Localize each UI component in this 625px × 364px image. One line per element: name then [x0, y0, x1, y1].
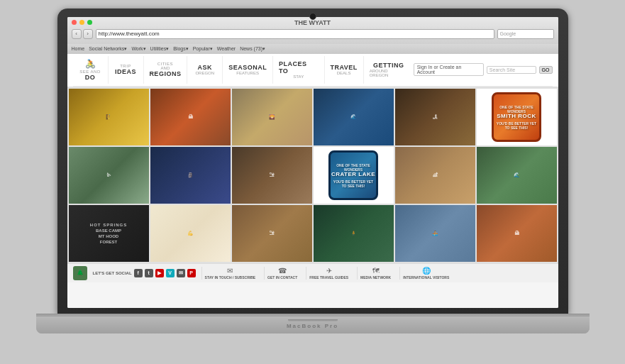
screen: THE WYATT ‹ › http://www.thewyatt.com Go…: [67, 17, 558, 308]
travel-badge: 🌲: [73, 266, 87, 280]
photo-cell-12[interactable]: 🌊: [477, 147, 557, 204]
nav-regions-main: REGIONS: [149, 70, 181, 77]
bookmark-social[interactable]: Social Networks▾: [89, 46, 127, 52]
minimize-button[interactable]: [79, 20, 84, 25]
nav-travel-label: TRAVEL: [330, 64, 357, 71]
site-footer: 🌲 LET'S GET SOCIAL f t ▶ V ✉ P ✉ STAY IN…: [67, 263, 558, 282]
maximize-button[interactable]: [87, 20, 92, 25]
bookmark-blogs[interactable]: Blogs▾: [173, 46, 189, 52]
photo-cell-3[interactable]: 🌄: [232, 89, 312, 145]
photo-cell-7[interactable]: ⛷: [69, 147, 149, 204]
bookmark-news[interactable]: News (73)▾: [240, 46, 265, 52]
nav-places-label: PLACES TO: [279, 60, 319, 75]
vimeo-icon[interactable]: V: [166, 269, 175, 277]
site-search-input[interactable]: Search Site: [487, 66, 536, 74]
search-placeholder: Google: [500, 31, 516, 36]
nav-seasonal-label: SEASONAL: [228, 64, 267, 71]
nav-features-label: FEATURES: [236, 71, 259, 75]
visitors-icon: 🌐: [422, 267, 431, 275]
crater-lake-badge-cell[interactable]: ONE OF THE STATE WONDERS Crater Lake YOU…: [314, 147, 394, 204]
photo-cell-16[interactable]: 🧍: [314, 205, 394, 262]
nav-buttons: ‹ ›: [72, 29, 93, 39]
bookmark-weather[interactable]: Weather: [217, 46, 236, 51]
youtube-icon[interactable]: ▶: [155, 269, 164, 277]
photo-cell-9[interactable]: 🏜: [232, 147, 312, 204]
bookmark-popular[interactable]: Popular▾: [193, 46, 213, 52]
footer-visitors[interactable]: 🌐 INTERNATIONAL VISITORS: [399, 267, 452, 280]
laptop-base: MacBook Pro: [36, 316, 590, 333]
website: 🚴 SEE AND DO TRIP IDEAS CITIES AND: [67, 54, 558, 308]
search-go-button[interactable]: GO: [539, 66, 553, 74]
nav-around-label: AROUND OREGON: [370, 69, 408, 77]
facebook-icon[interactable]: f: [134, 269, 143, 277]
smith-rock-badge: ONE OF THE STATE WONDERS Smith Rock YOU'…: [492, 92, 541, 142]
laptop-bottom: MacBook Pro: [36, 314, 590, 333]
photo-cell-4[interactable]: 🌊: [314, 89, 394, 145]
twitter-icon[interactable]: t: [145, 269, 153, 277]
browser-title: THE WYATT: [294, 19, 331, 26]
screen-bezel: THE WYATT ‹ › http://www.thewyatt.com Go…: [57, 9, 568, 314]
nav-see-do[interactable]: 🚴 SEE AND DO: [73, 56, 109, 84]
pinterest-icon[interactable]: P: [187, 269, 196, 277]
back-button[interactable]: ‹: [72, 29, 82, 39]
nav-cities[interactable]: CITIES AND REGIONS: [144, 56, 188, 84]
nav-seasonal[interactable]: SEASONAL FEATURES: [223, 56, 273, 84]
nav-getting-around[interactable]: GETTING AROUND OREGON: [364, 56, 414, 84]
traffic-lights: [72, 20, 92, 25]
photo-cell-8[interactable]: 🗿: [150, 147, 231, 204]
bookmark-home[interactable]: Home: [72, 46, 85, 51]
contact-icon: ☎: [278, 267, 287, 275]
photo-cell-15[interactable]: 🏜: [232, 205, 312, 262]
nav-menu: 🚴 SEE AND DO TRIP IDEAS CITIES AND: [73, 56, 414, 84]
footer-guides[interactable]: ✈ FREE TRAVEL GUIDES: [306, 267, 351, 280]
email-icon[interactable]: ✉: [177, 269, 185, 277]
footer-subscribe[interactable]: ✉ STAY IN TOUCH / SUBSCRIBE: [201, 267, 259, 280]
nav-places-stay[interactable]: PLACES TO STAY: [273, 56, 325, 84]
sign-in-button[interactable]: Sign In or Create an Account: [414, 63, 484, 76]
social-label: LET'S GET SOCIAL: [93, 271, 132, 275]
footer-media[interactable]: 🗺 MEDIA NETWORK: [357, 267, 394, 280]
address-bar[interactable]: http://www.thewyatt.com: [96, 29, 494, 39]
photo-cell-13[interactable]: HOT SPRINGS BASE CAMP MT HOOD FOREST: [69, 205, 149, 262]
photo-cell-5[interactable]: 🏞: [395, 89, 475, 145]
crater-lake-badge: ONE OF THE STATE WONDERS Crater Lake YOU…: [328, 150, 378, 200]
subscribe-icon: ✉: [227, 267, 233, 275]
photo-cell-18[interactable]: 🏔: [477, 205, 557, 262]
photo-cell-17[interactable]: 🚣: [395, 205, 475, 262]
url-text: http://www.thewyatt.com: [99, 31, 160, 37]
nav-do-label: DO: [85, 74, 96, 81]
header-right: Sign In or Create an Account Search Site…: [414, 63, 553, 76]
bookmark-utilities[interactable]: Utilities▾: [150, 46, 170, 52]
media-icon: 🗺: [372, 267, 380, 275]
browser-chrome: THE WYATT ‹ › http://www.thewyatt.com Go…: [67, 17, 558, 44]
nav-stay-label: STAY: [293, 75, 304, 79]
footer-contact[interactable]: ☎ GET IN CONTACT: [264, 267, 300, 280]
nav-getting-label: GETTING: [373, 62, 404, 69]
nav-ask-label: ASK: [198, 64, 213, 71]
nav-ask-oregon[interactable]: ASK OREGON: [187, 56, 223, 84]
photo-cell-2[interactable]: 🏔: [150, 89, 231, 145]
photo-cell-11[interactable]: 🏕: [395, 147, 475, 204]
close-button[interactable]: [72, 20, 77, 25]
footer-social: LET'S GET SOCIAL f t ▶ V ✉ P: [93, 269, 196, 277]
photo-cell-14[interactable]: 💪: [150, 205, 231, 262]
brand-label: MacBook Pro: [287, 323, 338, 329]
nav-travel-deals[interactable]: TRAVEL DEALS: [325, 56, 364, 84]
nav-ideas-label: IDEAS: [115, 68, 136, 75]
nav-oregon-label: OREGON: [195, 71, 214, 75]
bookmarks-bar: Home Social Networks▾ Work▾ Utilities▾ B…: [67, 44, 558, 54]
nav-trip-ideas[interactable]: TRIP IDEAS: [109, 56, 144, 84]
forward-button[interactable]: ›: [83, 29, 93, 39]
bookmark-work[interactable]: Work▾: [131, 46, 145, 52]
hinge: [36, 314, 590, 316]
smith-rock-badge-cell[interactable]: ONE OF THE STATE WONDERS Smith Rock YOU'…: [477, 89, 557, 145]
header-top: 🚴 SEE AND DO TRIP IDEAS CITIES AND: [73, 54, 553, 87]
laptop: THE WYATT ‹ › http://www.thewyatt.com Go…: [36, 9, 590, 356]
site-header: 🚴 SEE AND DO TRIP IDEAS CITIES AND: [67, 54, 558, 87]
guides-icon: ✈: [326, 267, 332, 275]
nav-deals-label: DEALS: [337, 71, 351, 75]
photo-grid: 🧗 🏔 🌄 🌊 🏞: [67, 87, 558, 263]
bicycle-icon: 🚴: [85, 59, 96, 69]
search-bar[interactable]: Google: [497, 29, 554, 39]
photo-cell-1[interactable]: 🧗: [69, 89, 149, 145]
